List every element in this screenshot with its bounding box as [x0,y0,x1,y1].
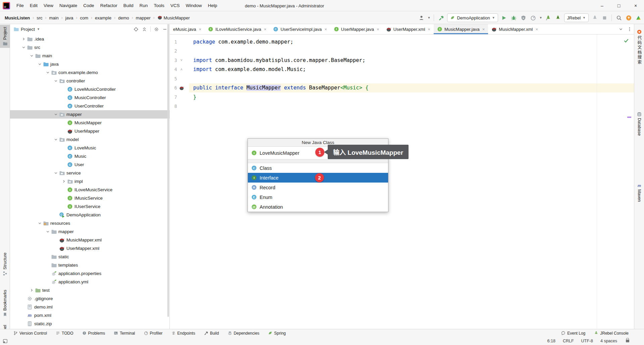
tool-tab-maven[interactable]: m Maven [634,183,644,202]
tool-tab-project[interactable]: Project [0,25,10,48]
tab-musicmapper-xml[interactable]: MusicMapper.xml× [488,24,541,34]
tree-chevron-closed[interactable] [29,288,34,293]
status-crlf[interactable]: CRLF [563,339,574,343]
run-with-coverage-button[interactable] [520,14,527,21]
tree-item--idea[interactable]: .idea [10,35,169,43]
tree-item-static-zip[interactable]: static.zip [10,320,169,328]
menu-code[interactable]: Code [80,0,97,11]
breadcrumb-item-src[interactable]: src [36,15,43,20]
tree-item-musicmapper[interactable]: IMusicMapper [10,119,169,127]
tree-item-controller[interactable]: controller [10,77,169,85]
fold-region-end-icon[interactable]: ˄ [177,67,186,72]
breadcrumb-item-musiclisten[interactable]: MusicListen [4,15,31,20]
tree-chevron-open[interactable] [53,112,58,117]
tree-item-java[interactable]: java [10,60,169,68]
toolwindow-button-build[interactable]: Build [204,331,219,336]
tree-chevron-open[interactable] [37,62,42,67]
tab-usermapper-xml[interactable]: UserMapper.xml× [383,24,434,34]
tree-item-usercontroller[interactable]: CUserController [10,102,169,110]
breadcrumb-item-example[interactable]: example [94,15,112,20]
menu-navigate[interactable]: Navigate [56,0,80,11]
project-view-select[interactable]: Project ▼ [13,26,40,32]
mybatis-mapper-gutter-icon[interactable] [177,85,186,90]
tree-item-demo-iml[interactable]: demo.iml [10,303,169,311]
tree-item-main[interactable]: main [10,52,169,60]
kind-option-annotation[interactable]: @Annotation [248,202,388,212]
tree-item-resources[interactable]: resources [10,219,169,227]
menu-refactor[interactable]: Refactor [97,0,120,11]
search-everywhere-icon[interactable] [615,14,623,21]
hide-panel-icon[interactable] [162,27,167,32]
tool-tab-structure[interactable]: Structure [0,253,10,276]
tab-emusic-java[interactable]: eMusic.java× [170,24,205,34]
breadcrumb-item-main[interactable]: main [48,15,59,20]
close-tab-icon[interactable]: × [482,27,485,32]
tree-item--gitignore[interactable]: .gitignore [10,294,169,303]
tool-tab-database[interactable]: Database [634,112,644,136]
tree-item-lovemusic[interactable]: CLoveMusic [10,144,169,152]
tool-tab-bookmarks[interactable]: Bookmarks [0,290,10,317]
menu-window[interactable]: Window [183,0,205,11]
tree-item-user[interactable]: CUser [10,160,169,169]
menu-build[interactable]: Build [120,0,137,11]
tree-item-src[interactable]: src [10,43,169,52]
kind-option-record[interactable]: RRecord [248,183,388,192]
menu-run[interactable]: Run [137,0,151,11]
tree-chevron-closed[interactable] [61,179,66,184]
lock-icon[interactable] [626,340,629,342]
code-line-8[interactable]: 8 [170,102,634,111]
breadcrumb-item-java[interactable]: java [65,15,74,20]
tree-scrollbar[interactable] [167,24,169,317]
minimize-button[interactable]: – [594,0,610,11]
breadcrumb-item-musicmapper[interactable]: MusicMapper [157,15,191,21]
maximize-button[interactable]: □ [610,0,627,11]
tab-userserviceimpl-java[interactable]: CUserServiceImpl.java× [270,24,330,34]
tree-item-pom-xml[interactable]: mpom.xml [10,311,169,320]
close-tab-icon[interactable]: × [324,27,327,32]
close-tab-icon[interactable]: × [199,27,202,32]
profiler-button[interactable] [530,14,537,21]
close-tab-icon[interactable]: × [428,27,430,32]
tree-item-usermapper-xml[interactable]: UserMapper.xml [10,244,169,253]
status-6-18[interactable]: 6:18 [547,339,555,343]
status-4-spaces[interactable]: 4 spaces [600,339,617,343]
toolwindow-button-version-control[interactable]: Version Control [13,331,47,336]
kind-option-enum[interactable]: EEnum [248,192,388,202]
tree-item-musicmapper-xml[interactable]: MusicMapper.xml [10,236,169,244]
menu-tools[interactable]: Tools [151,0,167,11]
menu-view[interactable]: View [41,0,56,11]
tree-item-com-example-demo[interactable]: com.example.demo [10,68,169,77]
code-line-7[interactable]: 7} [170,92,634,102]
breadcrumb-item-demo[interactable]: demo [117,15,130,20]
tree-chevron-open[interactable] [37,221,42,226]
close-tab-icon[interactable]: × [535,27,538,32]
jrebel-select[interactable]: JRebel ▼ [564,13,589,22]
user-account-icon[interactable] [418,14,425,21]
code-line-2[interactable]: 2 [170,47,634,56]
toolwindow-button-spring[interactable]: Spring [268,331,286,336]
tab-usermapper-java[interactable]: IUserMapper.java× [330,24,383,34]
settings-gear-icon[interactable] [154,27,159,32]
toolwindow-button-profiler[interactable]: Profiler [144,331,163,336]
tree-chevron-closed[interactable] [21,37,26,42]
close-tab-icon[interactable]: × [377,27,379,32]
tree-item-static[interactable]: static [10,253,169,261]
breadcrumb-item-mapper[interactable]: mapper [135,15,151,20]
toolwindow-button-jrebel-console[interactable]: JRebel Console [594,331,629,336]
toolwindow-button-endpoints[interactable]: Endpoints [171,331,195,336]
run-configuration-select[interactable]: DemoApplication ▼ [447,13,498,22]
tree-item-mapper[interactable]: mapper [10,110,169,119]
jrebel-debug-button[interactable] [554,14,562,21]
fold-region-start-icon[interactable]: ˅ [177,58,186,62]
code-line-5[interactable]: 5 [170,74,634,83]
build-hammer-icon[interactable] [437,14,445,21]
menu-file[interactable]: File [13,0,27,11]
tree-item-model[interactable]: model [10,135,169,144]
code-line-3[interactable]: 3˅import com.baomidou.mybatisplus.core.m… [170,56,634,65]
menu-help[interactable]: Help [205,0,220,11]
tree-item-application-properties[interactable]: application.properties [10,269,169,278]
tree-item-mapper[interactable]: mapper [10,227,169,236]
tree-item-test[interactable]: test [10,286,169,294]
tree-item-imusicservice[interactable]: IIMusicService [10,194,169,202]
tree-item-application-yml[interactable]: application.yml [10,278,169,286]
